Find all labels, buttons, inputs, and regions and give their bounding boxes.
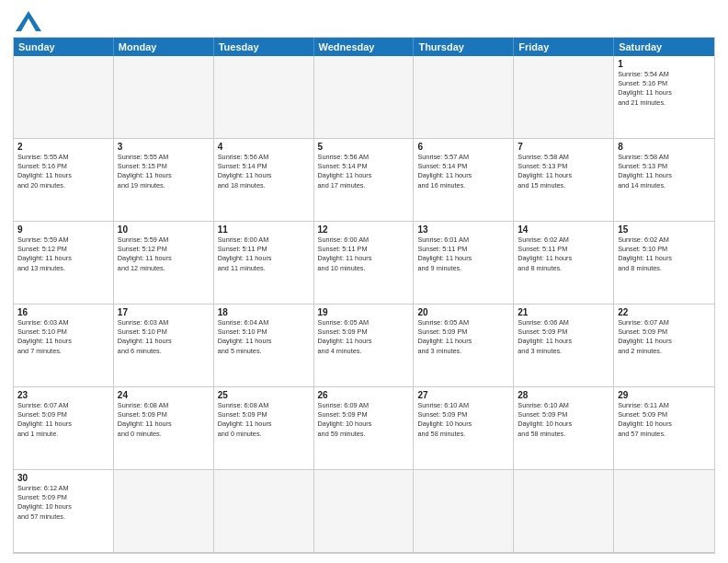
cell-info: Sunrise: 5:58 AM Sunset: 5:13 PM Dayligh…	[518, 153, 609, 190]
calendar-cell-25: 25Sunrise: 6:08 AM Sunset: 5:09 PM Dayli…	[214, 387, 314, 470]
cell-info: Sunrise: 5:55 AM Sunset: 5:16 PM Dayligh…	[17, 153, 109, 190]
calendar-cell-empty-5	[514, 56, 614, 139]
calendar-cell-29: 29Sunrise: 6:11 AM Sunset: 5:09 PM Dayli…	[614, 387, 714, 470]
calendar-cell-16: 16Sunrise: 6:03 AM Sunset: 5:10 PM Dayli…	[14, 304, 114, 387]
cell-info: Sunrise: 5:59 AM Sunset: 5:12 PM Dayligh…	[118, 236, 210, 273]
calendar-cell-2: 2Sunrise: 5:55 AM Sunset: 5:16 PM Daylig…	[14, 139, 114, 222]
day-number: 25	[218, 390, 310, 400]
day-number: 12	[318, 224, 410, 235]
calendar-cell-30: 30Sunrise: 6:12 AM Sunset: 5:09 PM Dayli…	[14, 470, 114, 553]
day-number: 1	[618, 59, 711, 69]
day-number: 15	[618, 224, 711, 235]
cell-info: Sunrise: 6:07 AM Sunset: 5:09 PM Dayligh…	[17, 401, 109, 439]
cell-info: Sunrise: 6:07 AM Sunset: 5:09 PM Dayligh…	[618, 318, 711, 356]
day-header-thursday: Thursday	[414, 38, 514, 56]
cell-info: Sunrise: 6:02 AM Sunset: 5:10 PM Dayligh…	[618, 236, 711, 273]
calendar-cell-19: 19Sunrise: 6:05 AM Sunset: 5:09 PM Dayli…	[314, 304, 415, 387]
calendar-cell-26: 26Sunrise: 6:09 AM Sunset: 5:09 PM Dayli…	[314, 387, 415, 470]
calendar-cell-empty-2	[214, 56, 314, 139]
calendar-cell-18: 18Sunrise: 6:04 AM Sunset: 5:10 PM Dayli…	[214, 304, 314, 387]
calendar-cell-5: 5Sunrise: 5:56 AM Sunset: 5:14 PM Daylig…	[314, 139, 415, 222]
calendar-cell-7: 7Sunrise: 5:58 AM Sunset: 5:13 PM Daylig…	[514, 139, 614, 222]
calendar-cell-empty-1	[114, 56, 214, 139]
day-number: 10	[118, 224, 210, 235]
day-number: 4	[218, 142, 310, 152]
cell-info: Sunrise: 6:05 AM Sunset: 5:09 PM Dayligh…	[318, 318, 410, 356]
calendar-cell-12: 12Sunrise: 6:00 AM Sunset: 5:11 PM Dayli…	[314, 222, 415, 304]
calendar-cell-empty-39	[414, 470, 514, 553]
day-header-wednesday: Wednesday	[314, 38, 415, 56]
day-number: 16	[17, 307, 109, 317]
day-number: 14	[518, 224, 609, 235]
cell-info: Sunrise: 6:10 AM Sunset: 5:09 PM Dayligh…	[518, 401, 609, 439]
day-number: 28	[518, 390, 609, 400]
cell-info: Sunrise: 6:08 AM Sunset: 5:09 PM Dayligh…	[118, 401, 210, 439]
day-number: 29	[618, 390, 711, 400]
calendar-cell-empty-41	[614, 470, 714, 553]
day-number: 9	[17, 224, 109, 235]
page: SundayMondayTuesdayWednesdayThursdayFrid…	[0, 0, 728, 563]
calendar: SundayMondayTuesdayWednesdayThursdayFrid…	[13, 37, 715, 554]
calendar-cell-1: 1Sunrise: 5:54 AM Sunset: 5:16 PM Daylig…	[614, 56, 714, 139]
calendar-cell-22: 22Sunrise: 6:07 AM Sunset: 5:09 PM Dayli…	[614, 304, 714, 387]
day-number: 22	[618, 307, 711, 317]
cell-info: Sunrise: 5:57 AM Sunset: 5:14 PM Dayligh…	[417, 153, 509, 190]
cell-info: Sunrise: 6:02 AM Sunset: 5:11 PM Dayligh…	[518, 236, 609, 273]
day-header-saturday: Saturday	[614, 38, 714, 56]
calendar-cell-14: 14Sunrise: 6:02 AM Sunset: 5:11 PM Dayli…	[514, 222, 614, 304]
calendar-cell-empty-3	[314, 56, 415, 139]
calendar-cell-empty-40	[514, 470, 614, 553]
day-number: 19	[318, 307, 410, 317]
day-headers: SundayMondayTuesdayWednesdayThursdayFrid…	[14, 38, 714, 56]
calendar-cell-6: 6Sunrise: 5:57 AM Sunset: 5:14 PM Daylig…	[414, 139, 514, 222]
calendar-cell-3: 3Sunrise: 5:55 AM Sunset: 5:15 PM Daylig…	[114, 139, 214, 222]
cell-info: Sunrise: 5:59 AM Sunset: 5:12 PM Dayligh…	[17, 236, 109, 273]
day-number: 17	[118, 307, 210, 317]
cell-info: Sunrise: 6:11 AM Sunset: 5:09 PM Dayligh…	[618, 401, 711, 439]
day-number: 21	[518, 307, 609, 317]
day-number: 8	[618, 142, 711, 152]
logo	[13, 13, 41, 31]
day-header-monday: Monday	[114, 38, 214, 56]
cell-info: Sunrise: 6:06 AM Sunset: 5:09 PM Dayligh…	[518, 318, 609, 356]
day-number: 23	[17, 390, 109, 400]
calendar-cell-8: 8Sunrise: 5:58 AM Sunset: 5:13 PM Daylig…	[614, 139, 714, 222]
calendar-cell-27: 27Sunrise: 6:10 AM Sunset: 5:09 PM Dayli…	[414, 387, 514, 470]
day-number: 26	[318, 390, 410, 400]
calendar-cell-empty-4	[414, 56, 514, 139]
logo-icon	[16, 11, 41, 31]
day-number: 2	[17, 142, 109, 152]
calendar-cell-9: 9Sunrise: 5:59 AM Sunset: 5:12 PM Daylig…	[14, 222, 114, 304]
day-header-tuesday: Tuesday	[214, 38, 314, 56]
calendar-cell-11: 11Sunrise: 6:00 AM Sunset: 5:11 PM Dayli…	[214, 222, 314, 304]
calendar-cell-28: 28Sunrise: 6:10 AM Sunset: 5:09 PM Dayli…	[514, 387, 614, 470]
day-number: 27	[417, 390, 509, 400]
day-number: 6	[417, 142, 509, 152]
calendar-cell-10: 10Sunrise: 5:59 AM Sunset: 5:12 PM Dayli…	[114, 222, 214, 304]
calendar-cell-21: 21Sunrise: 6:06 AM Sunset: 5:09 PM Dayli…	[514, 304, 614, 387]
calendar-cell-empty-0	[14, 56, 114, 139]
cell-info: Sunrise: 6:03 AM Sunset: 5:10 PM Dayligh…	[118, 318, 210, 356]
calendar-cell-20: 20Sunrise: 6:05 AM Sunset: 5:09 PM Dayli…	[414, 304, 514, 387]
day-number: 13	[417, 224, 509, 235]
calendar-cell-empty-36	[114, 470, 214, 553]
calendar-cell-4: 4Sunrise: 5:56 AM Sunset: 5:14 PM Daylig…	[214, 139, 314, 222]
cell-info: Sunrise: 5:54 AM Sunset: 5:16 PM Dayligh…	[618, 70, 711, 108]
header	[13, 9, 715, 31]
day-number: 30	[17, 473, 109, 483]
cell-info: Sunrise: 6:09 AM Sunset: 5:09 PM Dayligh…	[318, 401, 410, 439]
cell-info: Sunrise: 6:01 AM Sunset: 5:11 PM Dayligh…	[417, 236, 509, 273]
cell-info: Sunrise: 5:56 AM Sunset: 5:14 PM Dayligh…	[318, 153, 410, 190]
calendar-cell-15: 15Sunrise: 6:02 AM Sunset: 5:10 PM Dayli…	[614, 222, 714, 304]
day-number: 5	[318, 142, 410, 152]
cell-info: Sunrise: 6:10 AM Sunset: 5:09 PM Dayligh…	[417, 401, 509, 439]
calendar-grid: 1Sunrise: 5:54 AM Sunset: 5:16 PM Daylig…	[14, 56, 714, 553]
day-number: 24	[118, 390, 210, 400]
cell-info: Sunrise: 6:00 AM Sunset: 5:11 PM Dayligh…	[318, 236, 410, 273]
calendar-cell-empty-37	[214, 470, 314, 553]
calendar-cell-13: 13Sunrise: 6:01 AM Sunset: 5:11 PM Dayli…	[414, 222, 514, 304]
cell-info: Sunrise: 6:03 AM Sunset: 5:10 PM Dayligh…	[17, 318, 109, 356]
cell-info: Sunrise: 6:04 AM Sunset: 5:10 PM Dayligh…	[218, 318, 310, 356]
cell-info: Sunrise: 6:08 AM Sunset: 5:09 PM Dayligh…	[218, 401, 310, 439]
cell-info: Sunrise: 6:00 AM Sunset: 5:11 PM Dayligh…	[218, 236, 310, 273]
